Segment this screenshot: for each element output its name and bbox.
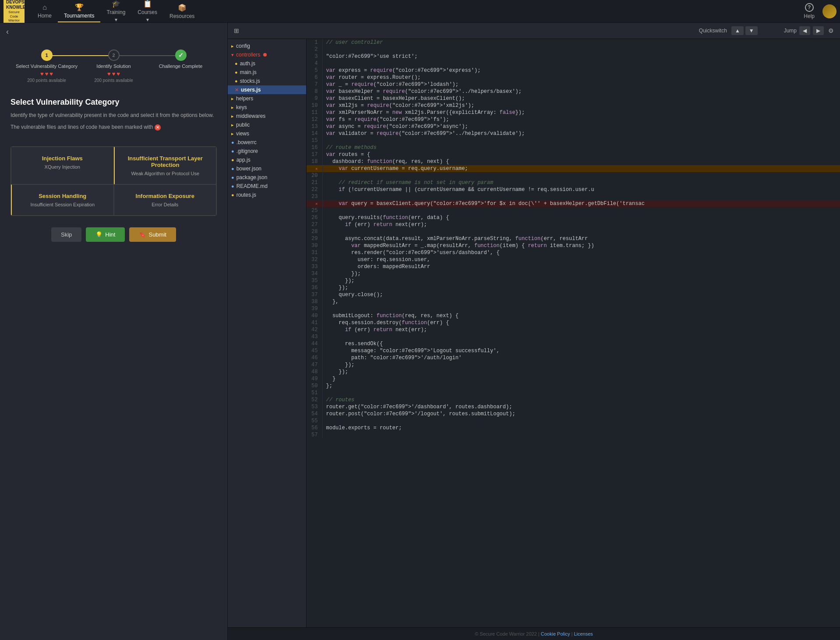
tree-appjs[interactable]: ● app.js	[228, 156, 306, 164]
line-code: path: "color:#7ec699">'/auth/login'	[322, 354, 840, 361]
table-row: 28	[307, 228, 840, 235]
step-3: ✓ Challenge Complete	[147, 50, 214, 69]
code-editor[interactable]: 1// user controller2 3"color:#7ec699">'u…	[307, 39, 840, 627]
line-code: res.render("color:#7ec699">'users/dashbo…	[322, 249, 840, 256]
line-code: });	[322, 361, 840, 368]
step2-points: 200 points available	[94, 78, 133, 83]
tree-controllers[interactable]: ▾ controllers	[228, 50, 306, 59]
nav-resources[interactable]: 📦 Resources	[163, 1, 201, 22]
option-transport-layer[interactable]: Insufficient Transport Layer Protection …	[114, 147, 217, 184]
quickswitch-up[interactable]: ▲	[731, 26, 744, 35]
challenge-desc2: The vulnerable files and lines of code h…	[11, 123, 217, 131]
licenses-link[interactable]: Licenses	[574, 631, 593, 636]
back-button[interactable]: ‹	[0, 23, 227, 41]
nav-courses[interactable]: 📋 Courses ▾	[131, 0, 163, 25]
nav-home-label: Home	[38, 13, 52, 19]
footer: © Secure Code Warrior 2022 | Cookie Poli…	[228, 627, 840, 640]
line-number: 29	[307, 235, 322, 242]
line-code	[322, 417, 840, 424]
challenge-desc2-text: The vulnerable files and lines of code h…	[11, 124, 153, 130]
tree-keys[interactable]: ▸ keys	[228, 103, 306, 112]
jump-prev[interactable]: ◀	[799, 26, 810, 35]
tree-helpers[interactable]: ▸ helpers	[228, 94, 306, 103]
table-row: 57	[307, 431, 840, 438]
step3-circle: ✓	[175, 50, 187, 61]
help-button[interactable]: ? Help	[799, 0, 819, 22]
quickswitch-down[interactable]: ▼	[745, 26, 758, 35]
step3-label: Challenge Complete	[159, 64, 203, 69]
line-number: 7	[307, 81, 322, 88]
nav-home[interactable]: ⌂ Home	[32, 1, 58, 21]
file-icon: ●	[231, 184, 234, 189]
tree-stocks[interactable]: ● stocks.js	[228, 77, 306, 85]
nav-tournaments[interactable]: 🏆 Tournaments	[58, 0, 100, 22]
tree-readme[interactable]: ● README.md	[228, 182, 306, 191]
challenge-section: Select Vulnerability Category Identify t…	[0, 91, 227, 142]
views-label: views	[236, 131, 249, 137]
tree-auth[interactable]: ● auth.js	[228, 59, 306, 68]
file-tree-toggle[interactable]: ⊞	[234, 27, 239, 34]
bowerrc-label: .bowerrc	[236, 139, 257, 145]
option-information-exposure[interactable]: Information Exposure Error Details	[114, 184, 217, 216]
tree-gitignore[interactable]: ● .gitignore	[228, 147, 306, 156]
step2-hearts: ♥ ♥ ♥	[107, 71, 120, 77]
tree-main[interactable]: ● main.js	[228, 68, 306, 77]
line-code: var async = require("color:#7ec699">'asy…	[322, 123, 840, 130]
grid-icon: ⊞	[234, 27, 239, 34]
file-icon: ●	[231, 175, 234, 180]
table-row: 37 query.close();	[307, 291, 840, 298]
line-number: 6	[307, 74, 322, 81]
tree-users[interactable]: ✕ users.js	[228, 85, 306, 94]
table-row: 4	[307, 60, 840, 67]
line-number: 1	[307, 39, 322, 46]
table-row: 16// route methods	[307, 144, 840, 151]
tree-bowerrc[interactable]: ● .bowerrc	[228, 138, 306, 147]
line-code: req.session.destroy(function(err) {	[322, 319, 840, 326]
tree-public[interactable]: ▸ public	[228, 120, 306, 129]
submit-button[interactable]: 🔖 Submit	[129, 227, 176, 242]
code-table: 1// user controller2 3"color:#7ec699">'u…	[307, 39, 840, 438]
table-row: 25	[307, 207, 840, 214]
user-avatar[interactable]	[822, 4, 836, 18]
table-row: 12var fs = require("color:#7ec699">'fs')…	[307, 116, 840, 123]
settings-icon[interactable]: ⚙	[828, 27, 834, 34]
table-row: 26 query.results(function(err, data) {	[307, 214, 840, 221]
line-code: });	[322, 368, 840, 375]
hint-button[interactable]: 💡 Hint	[86, 227, 125, 242]
hint-label: Hint	[105, 231, 115, 238]
folder-icon: ▸	[231, 122, 234, 128]
line-number: 43	[307, 333, 322, 340]
table-row: 32 user: req.session.user,	[307, 256, 840, 263]
line-code: submitLogout: function(req, res, next) {	[322, 312, 840, 319]
line-code: // routes	[322, 396, 840, 403]
logo[interactable]: DEVOPS KNOWLEDGE Secure Code Warrior	[4, 0, 25, 25]
option3-title: Session Handling	[19, 193, 106, 199]
tree-packagejson[interactable]: ● package.json	[228, 173, 306, 182]
jump-next[interactable]: ▶	[813, 26, 824, 35]
cookie-policy-link[interactable]: Cookie Policy	[541, 631, 570, 636]
line-code: user: req.session.user,	[322, 256, 840, 263]
tree-config[interactable]: ▸ config	[228, 42, 306, 50]
tree-views[interactable]: ▸ views	[228, 129, 306, 138]
submit-icon: 🔖	[139, 231, 146, 238]
js-file-icon: ●	[235, 78, 238, 84]
nav-tournaments-label: Tournaments	[64, 13, 94, 19]
line-number: 12	[307, 116, 322, 123]
public-label: public	[236, 122, 250, 128]
option-injection-flaws[interactable]: Injection Flaws XQuery Injection	[11, 147, 114, 184]
challenge-title: Select Vulnerability Category	[11, 98, 217, 107]
line-number: 2	[307, 46, 322, 53]
line-number: 46	[307, 354, 322, 361]
option-session-handling[interactable]: Session Handling Insufficient Session Ex…	[11, 184, 114, 216]
skip-button[interactable]: Skip	[51, 227, 81, 242]
line-number: 55	[307, 417, 322, 424]
table-row: 47 });	[307, 361, 840, 368]
line-number: 32	[307, 256, 322, 263]
table-row: 36 });	[307, 284, 840, 291]
tree-routesjs[interactable]: ● routes.js	[228, 191, 306, 199]
tree-middlewares[interactable]: ▸ middlewares	[228, 112, 306, 120]
line-number: 13	[307, 123, 322, 130]
nav-training[interactable]: 🎓 Training ▾	[100, 0, 131, 25]
main-layout: ‹ 1 Select Vulnerability Category ♥ ♥ ♥ …	[0, 23, 840, 640]
tree-bowerjson[interactable]: ● bower.json	[228, 164, 306, 173]
